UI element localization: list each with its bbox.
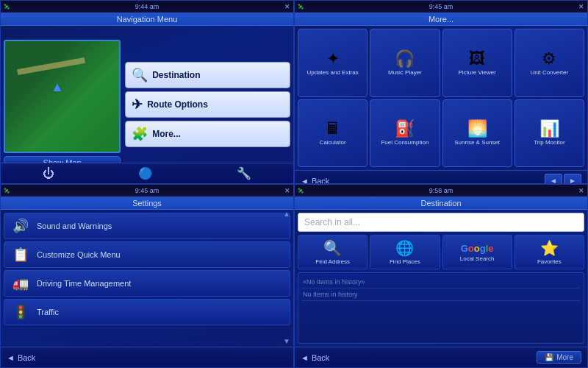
nav-status-bar: 🛰 9:44 am ✕ xyxy=(1,1,293,13)
find-places-option[interactable]: 🌐 Find Places xyxy=(370,235,440,269)
dest-more-button[interactable]: 💾 More xyxy=(537,351,581,364)
favorites-option[interactable]: ⭐ Favorites xyxy=(514,235,584,269)
sunrise-sunset-icon: 🌅 xyxy=(467,119,487,138)
nav-menu-buttons: 🔍 Destination ✈ Route Options 🧩 More... xyxy=(123,26,293,183)
favorites-icon: ⭐ xyxy=(540,239,559,257)
app-unit-converter[interactable]: ⚙ Unit Converter xyxy=(514,29,584,97)
settings-back-icon: ◄ xyxy=(7,353,15,362)
trip-monitor-icon: 📊 xyxy=(539,119,559,138)
search-bar[interactable]: Search in all... xyxy=(298,213,584,232)
find-address-icon: 🔍 xyxy=(323,239,342,257)
dest-close-icon: ✕ xyxy=(578,187,584,194)
dest-time: 9:58 am xyxy=(429,187,453,194)
more-back-button[interactable]: ◄ Back xyxy=(301,177,329,185)
settings-status-bar: 🛰 9:45 am ✕ xyxy=(1,185,293,197)
history-item-1: «No Items in history» xyxy=(301,276,581,289)
settings-close-icon: ✕ xyxy=(284,187,290,194)
trip-monitor-label: Trip Monitor xyxy=(534,140,564,146)
nav-header: Navigation Menu xyxy=(1,13,293,26)
find-address-label: Find Address xyxy=(315,258,350,265)
updates-extras-icon: ✦ xyxy=(326,49,340,68)
app-fuel-consumption[interactable]: ⛽ Fuel Consumption xyxy=(370,99,440,168)
app-picture-viewer[interactable]: 🖼 Picture Viewer xyxy=(442,29,512,97)
sunrise-sunset-label: Sunrise & Sunset xyxy=(454,140,500,146)
settings-back-button[interactable]: ◄ Back xyxy=(7,353,35,362)
settings-panel: 🛰 9:45 am ✕ Settings 🔊 Sound and Warning… xyxy=(0,184,294,368)
scroll-indicator: ▲ ▼ xyxy=(283,210,290,345)
calculator-icon: 🖩 xyxy=(325,119,341,138)
more-time: 9:45 am xyxy=(429,3,453,10)
app-music-player[interactable]: 🎧 Music Player xyxy=(370,29,440,97)
route-options-icon: ✈ xyxy=(132,96,143,113)
scroll-up-arrow[interactable]: ▲ xyxy=(283,210,290,218)
unit-converter-icon: ⚙ xyxy=(542,49,556,68)
updates-extras-label: Updates and Extras xyxy=(306,70,358,77)
map-area: Show Map xyxy=(1,26,123,183)
nav-panel: 🛰 9:44 am ✕ Navigation Menu Show Map 🔍 D… xyxy=(0,0,294,184)
music-player-label: Music Player xyxy=(388,70,422,77)
dest-back-icon: ◄ xyxy=(301,353,309,362)
local-search-label: Local Search xyxy=(460,255,495,262)
customize-quick-menu-icon: 📋 xyxy=(10,247,31,263)
unit-converter-label: Unit Converter xyxy=(531,70,569,77)
dest-more-icon: 💾 xyxy=(545,353,553,361)
music-player-icon: 🎧 xyxy=(395,49,415,68)
dest-bottom-bar: ◄ Back 💾 More xyxy=(295,347,587,367)
scroll-down-arrow[interactable]: ▼ xyxy=(283,337,290,345)
setting-sound-warnings[interactable]: 🔊 Sound and Warnings xyxy=(4,213,290,239)
gps-icon: 🛰 xyxy=(4,4,10,10)
sound-warnings-icon: 🔊 xyxy=(10,218,31,234)
settings-back-bar: ◄ Back xyxy=(1,347,293,367)
picture-viewer-label: Picture Viewer xyxy=(458,70,495,77)
destination-icon: 🔍 xyxy=(132,67,148,83)
destination-button[interactable]: 🔍 Destination xyxy=(125,62,290,88)
close-icon: ✕ xyxy=(284,3,290,10)
settings-header: Settings xyxy=(1,197,293,210)
apps-grid: ✦ Updates and Extras 🎧 Music Player 🖼 Pi… xyxy=(295,26,587,170)
history-area: «No Items in history» No Items in histor… xyxy=(298,272,584,344)
history-item-2: No Items in history xyxy=(301,289,581,301)
prev-arrow[interactable]: ◄ xyxy=(545,174,562,185)
calculator-label: Calculator xyxy=(320,140,346,146)
dest-gps-icon: 🛰 xyxy=(298,188,304,194)
more-gps-icon: 🛰 xyxy=(298,4,304,10)
traffic-icon: 🚦 xyxy=(10,304,31,320)
find-places-label: Find Places xyxy=(390,258,420,265)
route-options-button[interactable]: ✈ Route Options xyxy=(125,91,290,118)
more-status-bar: 🛰 9:45 am ✕ xyxy=(295,1,587,13)
more-header: More... xyxy=(295,13,587,26)
dest-content: Search in all... 🔍 Find Address 🌐 Find P… xyxy=(295,210,587,347)
destination-panel: 🛰 9:58 am ✕ Destination Search in all...… xyxy=(294,184,588,368)
map-thumbnail[interactable] xyxy=(4,40,121,154)
next-arrow[interactable]: ► xyxy=(564,174,581,185)
app-sunrise-sunset[interactable]: 🌅 Sunrise & Sunset xyxy=(442,99,512,168)
find-places-icon: 🌐 xyxy=(395,239,414,257)
more-panel: 🛰 9:45 am ✕ More... ✦ Updates and Extras… xyxy=(294,0,588,184)
dest-back-button[interactable]: ◄ Back xyxy=(301,353,329,362)
settings-list: 🔊 Sound and Warnings 📋 Customize Quick M… xyxy=(1,210,293,347)
setting-traffic[interactable]: 🚦 Traffic xyxy=(4,299,290,325)
setting-driving-time[interactable]: 🚛 Driving Time Management xyxy=(4,270,290,297)
nav-content: Show Map 🔍 Destination ✈ Route Options 🧩… xyxy=(1,26,293,183)
nav-bottom-bar: ⏻ 🔵 🔧 xyxy=(1,163,293,183)
app-updates-extras[interactable]: ✦ Updates and Extras xyxy=(298,29,368,97)
dest-status-bar: 🛰 9:58 am ✕ xyxy=(295,185,587,197)
setting-customize-quick-menu[interactable]: 📋 Customize Quick Menu xyxy=(4,241,290,268)
more-icon: 🧩 xyxy=(132,126,148,142)
nav-time: 9:44 am xyxy=(135,3,159,10)
picture-viewer-icon: 🖼 xyxy=(469,49,485,68)
driving-time-icon: 🚛 xyxy=(10,275,31,291)
fuel-consumption-icon: ⛽ xyxy=(395,119,415,138)
nav-icon[interactable]: 🔵 xyxy=(138,166,153,180)
dest-header: Destination xyxy=(295,197,587,210)
settings-time: 9:45 am xyxy=(135,187,159,194)
find-address-option[interactable]: 🔍 Find Address xyxy=(298,235,368,269)
settings-icon[interactable]: 🔧 xyxy=(237,166,251,180)
more-close-icon: ✕ xyxy=(578,3,584,10)
more-nav-arrows: ◄ ► xyxy=(545,174,581,185)
app-trip-monitor[interactable]: 📊 Trip Monitor xyxy=(514,99,584,168)
local-search-option[interactable]: Google Local Search xyxy=(442,235,512,269)
app-calculator[interactable]: 🖩 Calculator xyxy=(298,99,368,168)
more-button[interactable]: 🧩 More... xyxy=(125,121,290,147)
power-icon[interactable]: ⏻ xyxy=(43,167,54,180)
